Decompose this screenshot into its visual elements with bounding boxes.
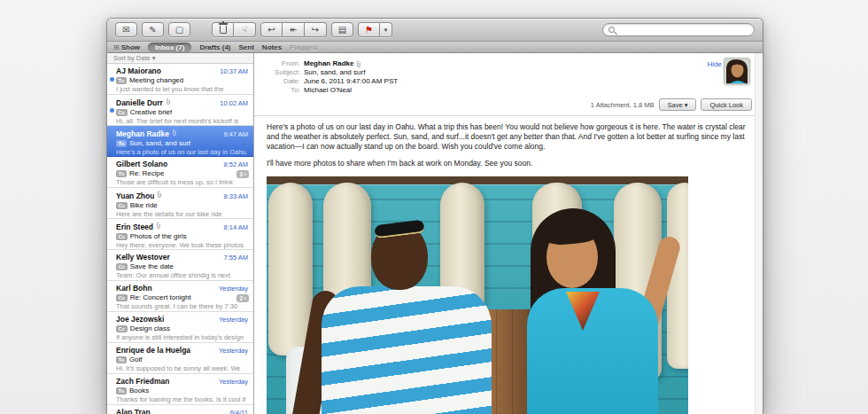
recipient-badge: Cc	[116, 294, 128, 301]
recipient-badge: Cc	[116, 233, 128, 240]
body-paragraph: Here's a photo of us on our last day in …	[267, 122, 750, 152]
message-body: Here's a photo of us on our last day in …	[254, 116, 763, 176]
list-item[interactable]: Joe JezowskiYesterday CcDesign class If …	[107, 312, 253, 343]
to-label: To:	[263, 86, 304, 95]
show-icon: ⊞	[113, 43, 120, 51]
unread-dot	[110, 108, 114, 113]
forward-button[interactable]: ↪	[305, 22, 327, 37]
subject: Meeting changed	[129, 76, 183, 84]
favorite-drafts[interactable]: Drafts (4)	[199, 43, 230, 51]
paperclip-icon	[356, 60, 361, 68]
list-item[interactable]: Erin Steed8:14 AM CcPhotos of the girls …	[107, 219, 253, 250]
sender: Karl Bohn	[116, 284, 152, 293]
sender-avatar	[724, 58, 750, 84]
forward-icon: ↪	[312, 23, 319, 36]
time: 6/4/11	[230, 409, 248, 414]
search-field[interactable]	[602, 23, 755, 36]
reply-button[interactable]: ↩	[260, 22, 283, 37]
list-item[interactable]: Karl BohnYesterday CcRe: Concert tonight…	[107, 281, 253, 312]
delete-junk-group: ☟	[212, 22, 256, 37]
surfboard	[268, 183, 313, 355]
reply-all-button[interactable]: ↞	[283, 22, 305, 37]
sort-by-button[interactable]: Sort by Date ▾	[107, 53, 253, 64]
subject: Sun, sand, and surf	[129, 139, 190, 147]
sender: Joe Jezowski	[116, 315, 164, 324]
paperclip-icon	[157, 191, 162, 199]
favorite-inbox[interactable]: Inbox (7)	[148, 43, 191, 52]
show-mailboxes-button[interactable]: ⊞ Show	[113, 43, 140, 51]
flag-button[interactable]: ⚑	[358, 22, 380, 37]
recipient-badge: To	[116, 77, 127, 84]
favorite-notes[interactable]: Notes	[262, 43, 282, 51]
recipient-badge: To	[116, 356, 127, 363]
flag-icon: ⚑	[365, 23, 373, 36]
delete-button[interactable]	[212, 22, 234, 37]
recipient-badge: Cc	[116, 109, 128, 116]
favorite-flagged: Flagged	[290, 43, 317, 51]
sender: Alan Tran	[116, 408, 151, 414]
thread-count-badge: 2 ›	[236, 294, 249, 302]
list-item[interactable]: Gilbert Solano8:52 AM ToRe: Recipe Those…	[107, 157, 253, 188]
time: 10:37 AM	[220, 67, 248, 75]
favorite-sent[interactable]: Sent	[239, 43, 254, 51]
list-item[interactable]: Danielle Durr10:02 AM CcCreative brief H…	[107, 95, 253, 126]
time: 8:14 AM	[223, 223, 248, 231]
sender: AJ Maiorano	[116, 66, 161, 75]
get-mail-button[interactable]: ✉	[115, 22, 137, 37]
photo-man-shirt	[322, 286, 492, 414]
subject: Bike ride	[130, 201, 158, 209]
date-value: June 6, 2011 9:47:00 AM PST	[304, 77, 398, 86]
attachment-photo[interactable]	[267, 176, 688, 414]
thread-count-badge: 3 ›	[236, 170, 249, 178]
list-item-selected[interactable]: Meghan Radke9:47 AM ToSun, sand, and sur…	[107, 126, 253, 157]
subject-label: Subject:	[263, 68, 304, 77]
paperclip-icon	[156, 222, 161, 230]
list-item[interactable]: Yuan Zhou8:33 AM CcBike ride Here are th…	[107, 188, 253, 219]
archive-button[interactable]: ▤	[331, 22, 353, 37]
message-list-pane: Sort by Date ▾ AJ Maiorano10:37 AM ToMee…	[107, 53, 254, 414]
avatar-image	[725, 59, 750, 84]
list-item[interactable]: Kelly Westover7:55 AM CcSave the date Te…	[107, 250, 253, 281]
junk-button[interactable]: ☟	[234, 22, 256, 37]
compose-icon: ✎	[149, 23, 156, 36]
hide-details-link[interactable]: Hide	[708, 60, 722, 68]
sender: Danielle Durr	[116, 98, 163, 107]
search-input[interactable]	[618, 26, 748, 34]
photo-beam	[267, 176, 688, 184]
time: 10:02 AM	[220, 99, 248, 107]
subject: Books	[129, 387, 149, 394]
list-item[interactable]: Enrique de la HuelgaYesterday ToGolf Hi.…	[107, 343, 253, 374]
compose-button[interactable]: ✎	[142, 22, 164, 37]
list-item[interactable]: Alan Tran6/4/11	[107, 405, 253, 414]
note-icon: ▢	[175, 23, 183, 36]
thumbs-down-icon: ☟	[242, 23, 247, 36]
note-button[interactable]: ▢	[168, 22, 190, 37]
to-value: Michael O'Neal	[304, 86, 352, 95]
flag-dropdown-button[interactable]: ▾	[380, 22, 392, 37]
time: Yesterday	[219, 347, 248, 355]
subject: Design class	[130, 324, 170, 332]
attachment-summary: 1 Attachment, 1.8 MB	[591, 101, 655, 109]
recipient-badge: To	[116, 140, 127, 147]
date-label: Date:	[263, 77, 304, 86]
paperclip-icon	[172, 129, 177, 137]
list-item[interactable]: AJ Maiorano10:37 AM ToMeeting changed I …	[107, 64, 253, 95]
subject: Photos of the girls	[130, 232, 187, 240]
recipient-badge: To	[116, 170, 127, 177]
scrollbar[interactable]	[755, 53, 763, 414]
time: 9:47 AM	[223, 130, 248, 138]
save-attachment-button[interactable]: Save ▾	[659, 98, 697, 111]
from-label: From:	[263, 59, 304, 68]
subject: Re: Recipe	[129, 169, 165, 177]
search-icon	[608, 27, 615, 33]
trash-icon	[220, 26, 227, 34]
message-list: AJ Maiorano10:37 AM ToMeeting changed I …	[107, 64, 253, 414]
sender: Gilbert Solano	[116, 160, 167, 168]
list-item[interactable]: Zach FriedmanYesterday ToBooks Thanks fo…	[107, 374, 253, 405]
favorites-bar: ⊞ Show Inbox (7) Drafts (4) Sent Notes F…	[107, 42, 763, 53]
show-label: Show	[121, 43, 140, 51]
time: Yesterday	[219, 378, 248, 386]
time: 8:33 AM	[223, 192, 248, 200]
quick-look-button[interactable]: Quick Look	[701, 98, 752, 111]
sender: Meghan Radke	[116, 129, 169, 138]
